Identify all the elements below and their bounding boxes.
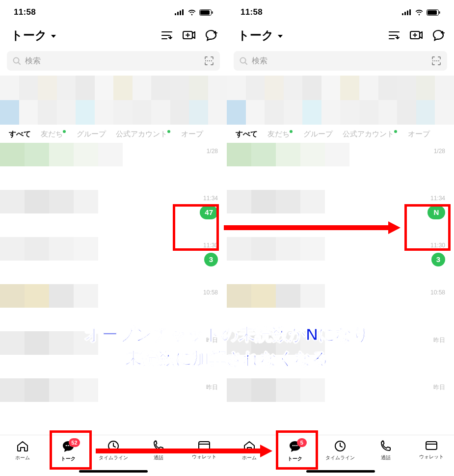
- status-bar: 11:58: [0, 0, 227, 22]
- nav-call[interactable]: 通話: [367, 440, 404, 461]
- new-chat-icon[interactable]: [183, 30, 195, 41]
- chat-row[interactable]: 昨日: [0, 378, 227, 425]
- nav-timeline[interactable]: タイムライン: [321, 440, 359, 461]
- nav-home[interactable]: ホーム: [4, 440, 41, 461]
- nav-call[interactable]: 通話: [140, 440, 177, 461]
- talk-badge: 52: [69, 438, 80, 447]
- new-chat-icon[interactable]: [410, 30, 423, 41]
- chat-row[interactable]: 11:3447: [0, 190, 227, 237]
- filter-tabs: すべて友だちグループ公式アカウントオープ: [227, 125, 454, 143]
- timeline-icon: [107, 440, 119, 452]
- status-indicators: [175, 9, 213, 16]
- chat-meta: 11:34N: [427, 195, 445, 219]
- chat-header: トーク: [0, 22, 227, 48]
- svg-rect-16: [407, 11, 408, 16]
- svg-rect-6: [212, 11, 213, 14]
- page-title[interactable]: トーク: [238, 27, 283, 43]
- chat-row[interactable]: 昨日: [0, 331, 227, 378]
- chat-row[interactable]: 11:34N: [227, 190, 454, 237]
- bottom-nav: ホーム 5 トーク タイムライン 通話 ウォレット: [227, 435, 454, 476]
- page-title[interactable]: トーク: [11, 27, 56, 43]
- svg-point-9: [65, 445, 67, 447]
- chat-meta: 昨日: [206, 383, 218, 392]
- unread-dot: [167, 130, 170, 133]
- nav-wallet[interactable]: ウォレット: [186, 440, 223, 460]
- home-indicator: [306, 470, 375, 473]
- mosaic-stories: [0, 76, 227, 125]
- filter-tab[interactable]: オープ: [408, 130, 440, 139]
- search-placeholder: 検索: [25, 56, 41, 66]
- search-icon: [13, 57, 21, 65]
- qr-scan-icon[interactable]: [204, 56, 214, 66]
- chat-time: 昨日: [206, 383, 218, 392]
- chat-row[interactable]: 昨日: [227, 331, 454, 378]
- chat-mosaic: [227, 284, 374, 331]
- chat-unread-badge: N: [427, 206, 445, 219]
- new-message-icon[interactable]: [205, 29, 218, 41]
- chat-time: 11:34: [200, 195, 218, 202]
- chat-time: 昨日: [433, 383, 445, 392]
- chat-list[interactable]: 1/2811:34N11:30310:58昨日昨日: [227, 143, 454, 418]
- chat-row[interactable]: 1/28: [0, 143, 227, 190]
- filter-tab[interactable]: 公式アカウント: [343, 130, 408, 139]
- wallet-icon: [425, 440, 438, 451]
- nav-home[interactable]: ホーム: [231, 440, 268, 461]
- unread-dot: [290, 130, 293, 133]
- filter-tab[interactable]: グループ: [77, 130, 116, 139]
- chat-list[interactable]: 1/2811:344711:30310:58昨日昨日: [0, 143, 227, 418]
- page-title-text: トーク: [238, 27, 274, 43]
- qr-scan-icon[interactable]: [431, 56, 441, 66]
- timeline-icon: [334, 440, 346, 452]
- chat-row[interactable]: 10:58: [0, 284, 227, 331]
- battery-icon: [199, 9, 213, 16]
- status-bar: 11:58: [227, 0, 454, 22]
- chat-mosaic: [0, 143, 147, 190]
- nav-wallet[interactable]: ウォレット: [413, 440, 450, 460]
- search-icon: [240, 57, 248, 65]
- search-bar[interactable]: 検索: [234, 51, 447, 71]
- phone-right: 11:58 トーク 検索: [227, 0, 454, 476]
- chat-mosaic: [0, 284, 147, 331]
- new-message-icon[interactable]: [432, 29, 445, 41]
- nav-label: トーク: [288, 455, 302, 462]
- chat-row[interactable]: 1/28: [227, 143, 454, 190]
- chat-mosaic: [0, 331, 147, 378]
- story-strip[interactable]: [227, 76, 454, 125]
- chat-row[interactable]: 10:58: [227, 284, 454, 331]
- filter-tab[interactable]: 友だち: [41, 130, 77, 139]
- chat-row[interactable]: 11:303: [0, 237, 227, 284]
- wallet-icon: [198, 440, 211, 451]
- story-strip[interactable]: [0, 76, 227, 125]
- chat-meta: 昨日: [433, 336, 445, 344]
- nav-timeline[interactable]: タイムライン: [95, 440, 132, 461]
- unread-dot: [394, 130, 397, 133]
- svg-point-24: [294, 445, 296, 447]
- filter-tab[interactable]: すべて: [236, 130, 267, 139]
- chat-meta: 10:58: [430, 289, 445, 296]
- sort-icon[interactable]: [161, 30, 173, 41]
- home-icon: [16, 440, 29, 452]
- phone-icon: [153, 440, 164, 452]
- chat-row[interactable]: 11:303: [227, 237, 454, 284]
- nav-talk[interactable]: 52 トーク: [50, 440, 87, 462]
- svg-rect-1: [177, 12, 179, 15]
- filter-tab[interactable]: 公式アカウント: [116, 130, 181, 139]
- svg-rect-27: [426, 442, 437, 450]
- chat-row[interactable]: 昨日: [227, 378, 454, 425]
- filter-tab[interactable]: グループ: [303, 130, 343, 139]
- filter-tab[interactable]: オープ: [181, 130, 213, 139]
- chat-mosaic: [227, 143, 374, 190]
- chat-meta: 昨日: [206, 336, 218, 344]
- phone-left: 11:58 トーク 検索: [0, 0, 227, 476]
- cellular-icon: [175, 9, 185, 15]
- nav-talk[interactable]: 5 トーク: [276, 440, 314, 462]
- bottom-nav: ホーム 52 トーク タイムライン 通話 ウォレット: [0, 435, 227, 476]
- chat-meta: 1/28: [207, 148, 218, 155]
- chat-time: 10:58: [430, 289, 445, 296]
- filter-tab[interactable]: 友だち: [267, 130, 303, 139]
- sort-icon[interactable]: [388, 30, 400, 41]
- filter-tab[interactable]: すべて: [9, 130, 41, 139]
- chat-mosaic: [227, 378, 374, 425]
- search-bar[interactable]: 検索: [7, 51, 220, 71]
- svg-rect-19: [427, 10, 437, 15]
